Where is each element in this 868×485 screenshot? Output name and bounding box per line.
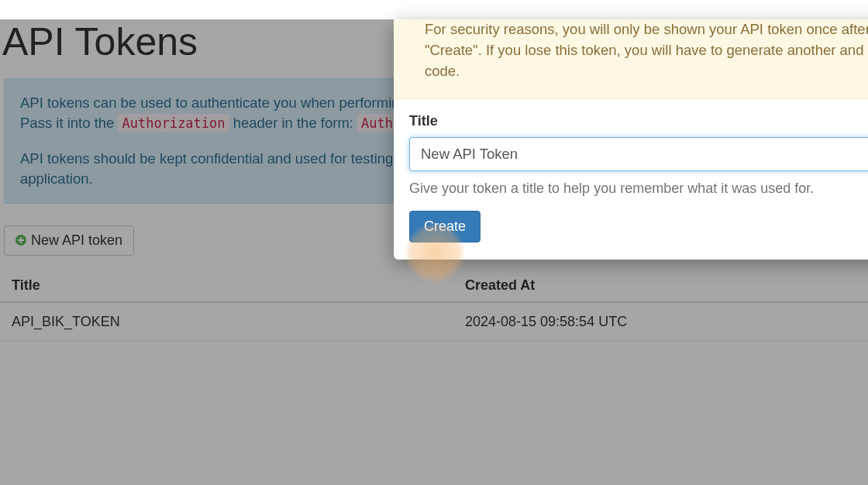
title-label: Title xyxy=(409,113,868,129)
create-button[interactable]: Create xyxy=(409,211,480,242)
create-token-modal: For security reasons, you will only be s… xyxy=(394,19,868,260)
title-input[interactable] xyxy=(409,137,868,171)
title-help-text: Give your token a title to help you reme… xyxy=(409,181,868,197)
modal-warning: For security reasons, you will only be s… xyxy=(394,19,868,99)
